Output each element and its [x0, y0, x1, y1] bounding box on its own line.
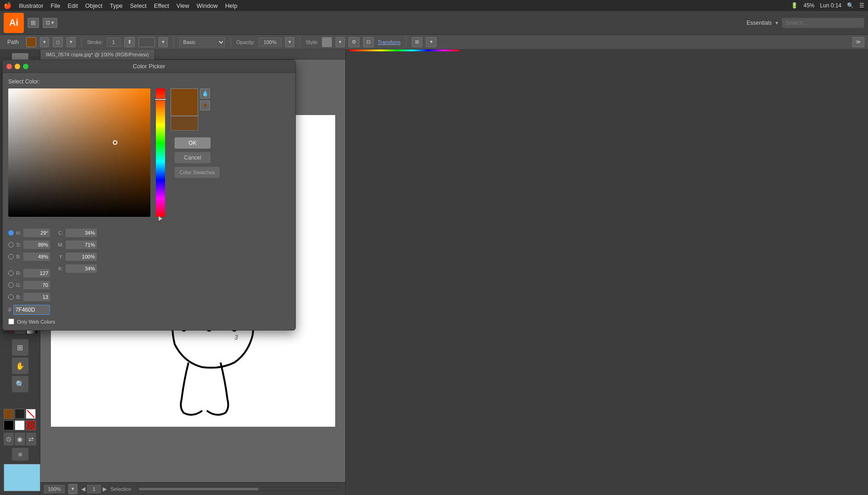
hex-input[interactable]: 7F460D	[13, 305, 50, 315]
swap-btn[interactable]: ⇄	[26, 433, 36, 446]
stroke-input[interactable]	[107, 38, 121, 47]
b-input[interactable]: 49%	[23, 252, 50, 261]
eyedropper-icon[interactable]: 💧	[200, 88, 210, 99]
arrange-btn[interactable]: ⊡ ▾	[43, 18, 57, 28]
libraries-btn[interactable]: ⊞	[28, 18, 39, 28]
app-logo: Ai	[4, 13, 24, 33]
fill-options-btn[interactable]: ▾	[40, 37, 49, 47]
swatch-red-stripe[interactable]	[26, 420, 36, 430]
stroke-arrow-btn[interactable]: ▾	[66, 37, 76, 47]
m-input[interactable]: 71%	[65, 240, 97, 249]
k-input[interactable]: 34%	[65, 264, 97, 273]
apple-menu[interactable]: 🍎	[4, 2, 11, 9]
stroke-box-arrow[interactable]: ▾	[159, 37, 168, 47]
zoom-input[interactable]: 100%	[44, 485, 65, 493]
swatch-dark[interactable]	[15, 409, 25, 419]
g-input[interactable]: 70	[23, 280, 50, 290]
stroke-icon[interactable]: ◻	[53, 37, 63, 47]
r-radio[interactable]	[8, 270, 14, 276]
zoom-tool[interactable]: 🔍	[12, 376, 28, 392]
b-radio[interactable]	[8, 254, 14, 259]
menu-help[interactable]: Help	[225, 2, 238, 9]
progress-fill	[139, 488, 258, 490]
swatch-red-x[interactable]	[26, 409, 36, 419]
r-label: R:	[16, 270, 21, 276]
zoom-arrow[interactable]: ▾	[68, 484, 77, 494]
swatch-black[interactable]	[4, 420, 14, 430]
style-arrow[interactable]: ▾	[336, 37, 345, 47]
menu-illustrator[interactable]: Illustrator	[19, 2, 43, 9]
menu-window[interactable]: Window	[197, 2, 218, 9]
add-swatch-icon[interactable]: ■	[200, 100, 210, 110]
toolbar-right: ≫	[852, 37, 864, 47]
s-radio[interactable]	[8, 242, 14, 248]
next-page[interactable]: ▶	[103, 486, 107, 492]
search-input[interactable]	[782, 18, 864, 28]
stroke-stepper[interactable]: ⬆	[124, 37, 135, 47]
align-btn[interactable]: ⊞	[412, 37, 422, 47]
menu-select[interactable]: Select	[130, 2, 147, 9]
web-colors-label: Only Web Colors	[17, 319, 55, 324]
menu-object[interactable]: Object	[85, 2, 103, 9]
menu-file[interactable]: File	[50, 2, 60, 9]
artboard-tool[interactable]: ⊞	[12, 339, 28, 356]
color-picker-dialog[interactable]: Color Picker Select Color:	[2, 60, 296, 330]
expand-btn[interactable]: ≫	[852, 37, 864, 47]
y-row: Y: 100%	[58, 252, 97, 262]
opacity-input[interactable]: 100%	[259, 38, 282, 47]
stroke-box[interactable]	[138, 37, 155, 47]
doc-tab[interactable]: IMG_0574 copia.jpg* @ 100% (RGB/Preview)	[40, 50, 155, 60]
y-label: Y:	[58, 254, 63, 259]
minimize-btn[interactable]	[15, 64, 20, 69]
hand-tool[interactable]: ✋	[12, 358, 28, 374]
swatch-white[interactable]	[15, 420, 25, 430]
web-colors-checkbox[interactable]	[8, 319, 14, 324]
old-color-box[interactable]	[171, 116, 198, 131]
h-radio[interactable]	[8, 230, 14, 236]
close-btn[interactable]	[6, 64, 12, 69]
cancel-button[interactable]: Cancel	[174, 152, 211, 164]
search-icon[interactable]: 🔍	[847, 2, 854, 9]
prev-page[interactable]: ◀	[81, 486, 85, 492]
icon-btn-row: ⊞	[4, 448, 36, 461]
arrange-icon[interactable]: ⊡	[363, 37, 374, 47]
color-swatches-button[interactable]: Color Swatches	[174, 166, 220, 178]
y-input[interactable]: 100%	[65, 252, 97, 261]
r-input[interactable]: 127	[23, 269, 50, 278]
menu-view[interactable]: View	[177, 2, 189, 9]
essentials-chevron[interactable]: ▾	[775, 20, 778, 26]
menu-effect[interactable]: Effect	[154, 2, 169, 9]
g-radio[interactable]	[8, 282, 14, 288]
extra-tools: ⊙ ◉ ⇄	[4, 433, 36, 446]
new-color-box[interactable]	[171, 88, 198, 116]
h-input[interactable]: 29°	[23, 228, 50, 237]
hue-slider[interactable]	[156, 88, 165, 217]
color-field[interactable]	[8, 88, 150, 217]
fill-btn[interactable]: ◉	[15, 433, 25, 446]
basic-select[interactable]: Basic	[179, 37, 225, 47]
style-swatch[interactable]	[322, 37, 332, 47]
s-input[interactable]: 89%	[23, 240, 50, 249]
blue-input[interactable]: 13	[23, 292, 50, 302]
menu-edit[interactable]: Edit	[67, 2, 77, 9]
opacity-arrow[interactable]: ▾	[285, 37, 294, 47]
stroke-label: Stroke:	[87, 39, 103, 45]
essentials-label[interactable]: Essentials	[746, 20, 772, 26]
menu-type[interactable]: Type	[110, 2, 122, 9]
notifications-icon[interactable]: ☰	[859, 2, 864, 9]
c-input[interactable]: 34%	[65, 228, 97, 237]
doc-title: IMG_0574 copia.jpg* @ 100% (RGB/Preview)	[46, 52, 149, 57]
layers-btn[interactable]: ⊞	[12, 448, 28, 461]
ok-button[interactable]: OK	[174, 137, 211, 149]
stroke-btn[interactable]: ⊙	[4, 433, 14, 446]
fill-color-swatch[interactable]	[26, 37, 36, 47]
traffic-lights	[6, 64, 28, 69]
blue-radio[interactable]	[8, 294, 14, 300]
maximize-btn[interactable]	[23, 64, 28, 69]
settings-btn[interactable]: ⚙	[348, 37, 359, 47]
swatch-brown[interactable]	[4, 409, 14, 419]
puppets-btn[interactable]: ✦	[426, 37, 437, 47]
page-input[interactable]: 1	[87, 485, 101, 493]
transform-btn[interactable]: Transform	[377, 39, 400, 45]
swatch-row-1	[4, 409, 36, 419]
